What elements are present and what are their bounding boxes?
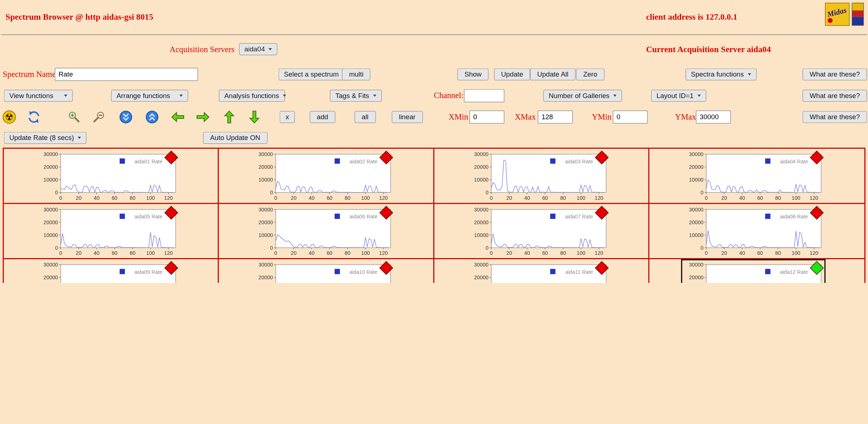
spectrum-name-input[interactable] bbox=[55, 68, 198, 81]
scroll-down-icon[interactable] bbox=[119, 110, 133, 124]
legend-label: aida12 Rate bbox=[780, 269, 808, 275]
acquisition-server-select[interactable]: aida04 bbox=[239, 43, 278, 55]
arrange-functions-dropdown[interactable]: Arrange functions bbox=[111, 90, 189, 102]
svg-text:30000: 30000 bbox=[474, 207, 488, 213]
update-all-button[interactable]: Update All bbox=[530, 69, 576, 81]
zoom-in-icon[interactable] bbox=[67, 110, 81, 124]
xmin-input[interactable] bbox=[469, 110, 504, 124]
auto-update-button[interactable]: Auto Update ON bbox=[203, 132, 268, 144]
legend-label: aida08 Rate bbox=[780, 214, 808, 219]
svg-text:100: 100 bbox=[791, 195, 800, 201]
svg-text:10000: 10000 bbox=[689, 177, 704, 183]
legend-square-icon bbox=[550, 159, 555, 164]
zoom-out-icon[interactable] bbox=[92, 110, 106, 124]
analysis-functions-dropdown[interactable]: Analysis functions bbox=[219, 90, 285, 102]
svg-text:60: 60 bbox=[542, 195, 548, 201]
radiation-icon[interactable]: ☢ bbox=[3, 110, 16, 124]
add-button[interactable]: add bbox=[310, 111, 335, 123]
update-button[interactable]: Update bbox=[494, 69, 530, 81]
pan-down-icon[interactable] bbox=[247, 110, 261, 124]
linear-button[interactable]: linear bbox=[392, 111, 423, 123]
client-address: client address is 127.0.0.1 bbox=[646, 12, 737, 22]
svg-text:20000: 20000 bbox=[689, 164, 704, 170]
svg-text:80: 80 bbox=[130, 250, 136, 256]
spectrum-chart-aida05[interactable]: 0100002000030000020406080100120aida05 Ra… bbox=[36, 204, 180, 260]
ymin-input[interactable] bbox=[613, 110, 648, 124]
spectrum-chart-aida10[interactable]: 0100002000030000020406080100120aida10 Ra… bbox=[251, 259, 395, 283]
svg-text:10000: 10000 bbox=[474, 232, 488, 238]
spectrum-chart-aida03[interactable]: 0100002000030000020406080100120aida03 Ra… bbox=[466, 149, 610, 204]
number-of-galleries-dropdown[interactable]: Number of Galleries bbox=[543, 90, 622, 102]
pan-left-icon[interactable] bbox=[171, 110, 185, 124]
xmin-label: XMin bbox=[449, 112, 468, 122]
spectrum-chart-aida04[interactable]: 0100002000030000020406080100120aida04 Ra… bbox=[681, 149, 825, 204]
gallery-cell[interactable]: 0100002000030000020406080100120aida03 Ra… bbox=[434, 149, 649, 204]
svg-text:30000: 30000 bbox=[259, 151, 273, 157]
what-are-these-button[interactable]: What are these? bbox=[803, 90, 867, 102]
svg-text:0: 0 bbox=[705, 195, 708, 201]
legend-square-icon bbox=[765, 269, 770, 274]
show-button[interactable]: Show bbox=[457, 69, 489, 81]
legend-label: aida06 Rate bbox=[350, 214, 378, 219]
spectrum-chart-aida07[interactable]: 0100002000030000020406080100120aida07 Ra… bbox=[466, 204, 610, 260]
svg-text:80: 80 bbox=[130, 195, 136, 201]
svg-text:30000: 30000 bbox=[689, 207, 704, 213]
gallery-cell[interactable]: 0100002000030000020406080100120aida04 Ra… bbox=[649, 149, 864, 204]
spectrum-chart-aida06[interactable]: 0100002000030000020406080100120aida06 Ra… bbox=[251, 204, 395, 260]
spectrum-name-row: Spectrum Name: Select a spectrum multi S… bbox=[0, 63, 868, 85]
spectrum-chart-aida12[interactable]: 0100002000030000020406080100120aida12 Ra… bbox=[681, 259, 825, 283]
svg-text:120: 120 bbox=[810, 195, 818, 201]
refresh-icon[interactable] bbox=[27, 110, 41, 124]
ymin-label: YMin bbox=[592, 112, 612, 122]
spectrum-chart-aida01[interactable]: 0100002000030000020406080100120aida01 Ra… bbox=[36, 149, 180, 204]
what-are-these-button[interactable]: What are these? bbox=[803, 69, 867, 81]
spectrum-chart-aida09[interactable]: 0100002000030000020406080100120aida09 Ra… bbox=[36, 259, 180, 283]
update-rate-dropdown[interactable]: Update Rate (8 secs) bbox=[4, 132, 87, 144]
gallery-cell[interactable]: 0100002000030000020406080100120aida07 Ra… bbox=[434, 204, 649, 260]
layout-id-dropdown[interactable]: Layout ID=1 bbox=[651, 90, 706, 102]
svg-text:120: 120 bbox=[379, 250, 388, 256]
channel-input[interactable] bbox=[464, 89, 504, 102]
tags-fits-dropdown[interactable]: Tags & Fits bbox=[330, 90, 382, 102]
what-are-these-button[interactable]: What are these? bbox=[803, 111, 867, 123]
svg-text:20000: 20000 bbox=[474, 164, 488, 170]
svg-text:30000: 30000 bbox=[474, 151, 488, 157]
pan-right-icon[interactable] bbox=[196, 110, 210, 124]
scroll-up-icon[interactable] bbox=[145, 110, 159, 124]
view-functions-dropdown[interactable]: View functions bbox=[4, 90, 73, 102]
svg-text:0: 0 bbox=[485, 190, 488, 195]
gallery-cell[interactable]: 0100002000030000020406080100120aida02 Ra… bbox=[219, 149, 434, 204]
svg-text:20: 20 bbox=[291, 250, 297, 256]
gallery-cell[interactable]: 0100002000030000020406080100120aida05 Ra… bbox=[4, 204, 219, 260]
gallery-cell[interactable]: 0100002000030000020406080100120aida01 Ra… bbox=[4, 149, 219, 204]
pan-up-icon[interactable] bbox=[222, 110, 236, 124]
xmax-input[interactable] bbox=[538, 110, 573, 124]
legend-label: aida04 Rate bbox=[780, 159, 808, 164]
gallery-cell[interactable]: 0100002000030000020406080100120aida06 Ra… bbox=[219, 204, 434, 260]
select-spectrum-dropdown[interactable]: Select a spectrum bbox=[279, 69, 352, 81]
spectra-functions-dropdown[interactable]: Spectra functions bbox=[686, 69, 756, 81]
gallery-cell[interactable]: 0100002000030000020406080100120aida12 Ra… bbox=[649, 259, 864, 283]
x-button[interactable]: x bbox=[280, 111, 295, 123]
ymax-input[interactable] bbox=[696, 110, 731, 124]
spectrum-chart-aida02[interactable]: 0100002000030000020406080100120aida02 Ra… bbox=[251, 149, 395, 204]
svg-text:120: 120 bbox=[164, 195, 173, 201]
zero-button[interactable]: Zero bbox=[576, 69, 605, 81]
svg-text:20000: 20000 bbox=[259, 164, 273, 170]
gallery-cell[interactable]: 0100002000030000020406080100120aida11 Ra… bbox=[434, 259, 649, 283]
gallery-cell[interactable]: 0100002000030000020406080100120aida10 Ra… bbox=[219, 259, 434, 283]
svg-text:0: 0 bbox=[485, 245, 488, 251]
svg-text:0: 0 bbox=[701, 245, 704, 251]
svg-text:120: 120 bbox=[594, 250, 603, 256]
all-button[interactable]: all bbox=[354, 111, 376, 123]
gallery-cell[interactable]: 0100002000030000020406080100120aida09 Ra… bbox=[4, 259, 219, 283]
spectrum-chart-aida11[interactable]: 0100002000030000020406080100120aida11 Ra… bbox=[466, 259, 610, 283]
svg-text:10000: 10000 bbox=[259, 232, 273, 238]
legend-label: aida09 Rate bbox=[135, 269, 163, 275]
gallery-cell[interactable]: 0100002000030000020406080100120aida08 Ra… bbox=[649, 204, 864, 260]
legend-square-icon bbox=[120, 269, 125, 274]
spectrum-chart-aida08[interactable]: 0100002000030000020406080100120aida08 Ra… bbox=[681, 204, 825, 260]
legend-square-icon bbox=[765, 159, 770, 164]
svg-text:40: 40 bbox=[309, 195, 315, 201]
multi-button[interactable]: multi bbox=[342, 69, 371, 81]
